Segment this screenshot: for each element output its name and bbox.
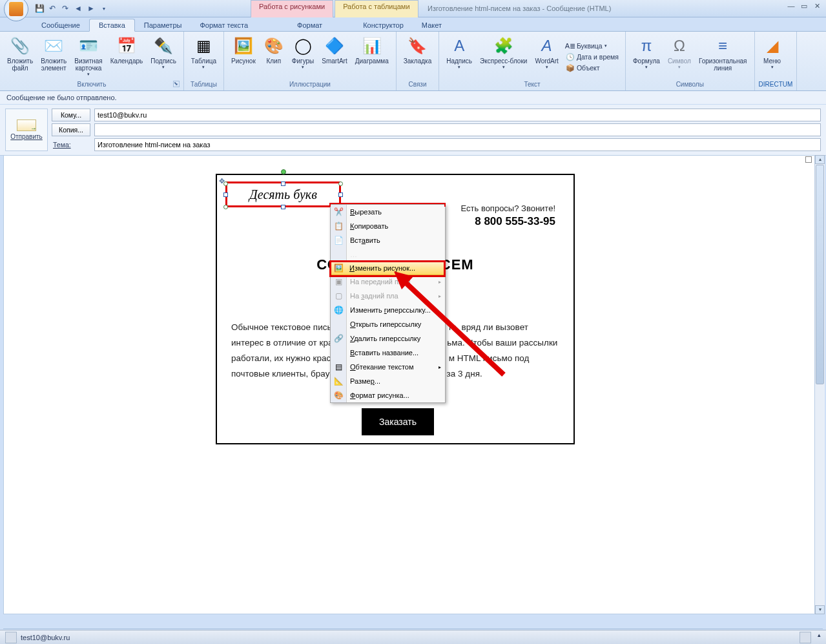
send-button[interactable]: Отправить bbox=[5, 109, 48, 151]
scroll-down-icon[interactable]: ▾ bbox=[815, 605, 825, 614]
to-button[interactable]: Кому... bbox=[52, 109, 90, 121]
cc-button[interactable]: Копия... bbox=[52, 123, 90, 136]
vertical-scrollbar[interactable]: ▴ ▾ bbox=[815, 155, 825, 614]
scroll-thumb[interactable] bbox=[816, 165, 824, 384]
maximize-icon[interactable]: ▭ bbox=[799, 2, 809, 10]
smartart-icon: 🔷 bbox=[324, 36, 345, 56]
resize-handle[interactable] bbox=[223, 205, 228, 209]
calendar-icon: 📅 bbox=[116, 36, 137, 56]
resize-handle[interactable] bbox=[223, 182, 228, 186]
wordart-button[interactable]: AWordArt▾ bbox=[532, 34, 562, 80]
resize-handle[interactable] bbox=[223, 192, 228, 197]
tab-insert[interactable]: Вставка bbox=[89, 19, 135, 32]
launcher-icon[interactable]: ⬊ bbox=[173, 81, 180, 87]
window-title: Изготовление html-писем на заказ - Сообщ… bbox=[428, 5, 611, 12]
symbol-button[interactable]: ΩСимвол▾ bbox=[665, 34, 694, 80]
next-icon[interactable]: ► bbox=[85, 3, 97, 14]
tab-constructor[interactable]: Конструктор bbox=[354, 19, 413, 31]
save-icon[interactable]: 💾 bbox=[34, 3, 45, 14]
ctx-open-hyperlink[interactable]: Открыть гиперссылку bbox=[331, 317, 445, 331]
tab-params[interactable]: Параметры bbox=[135, 19, 191, 31]
chevron-up-icon[interactable]: ▴ bbox=[818, 632, 821, 643]
datetime-icon: 🕓 bbox=[566, 52, 575, 61]
quick-parts-button[interactable]: 🧩Экспресс-блоки▾ bbox=[477, 34, 530, 80]
ctx-send-back: ▢На задний пла▸ bbox=[331, 289, 445, 303]
undo-icon[interactable]: ↶ bbox=[46, 3, 58, 14]
attach-item-button[interactable]: ✉️Вложитьэлемент bbox=[37, 34, 70, 80]
taskbar-right-icon[interactable] bbox=[800, 632, 811, 643]
shapes-button[interactable]: ◯Фигуры▾ bbox=[289, 34, 317, 80]
minimize-icon[interactable]: — bbox=[786, 2, 796, 10]
object-button[interactable]: 📦Объект bbox=[563, 63, 621, 73]
ctx-format-picture[interactable]: 🎨Формат рисунка... bbox=[331, 388, 445, 402]
taskbar-app-icon[interactable] bbox=[5, 632, 17, 643]
business-card-button[interactable]: 🪪Визитнаякарточка▾ bbox=[71, 34, 106, 80]
ctx-remove-hyperlink[interactable]: 🔗Удалить гиперссылку bbox=[331, 331, 445, 346]
signature-button[interactable]: ✒️Подпись▾ bbox=[147, 34, 180, 80]
ctx-text-wrap[interactable]: ▤Обтекание текстом▸ bbox=[331, 360, 445, 374]
resize-handle[interactable] bbox=[281, 182, 285, 186]
size-icon: 📐 bbox=[333, 376, 344, 386]
omega-icon: Ω bbox=[669, 36, 690, 56]
order-button[interactable]: Заказать bbox=[362, 408, 434, 435]
ctx-edit-hyperlink[interactable]: 🌐Изменить гиперссылку... bbox=[331, 303, 445, 317]
table-button[interactable]: ▦Таблица▾ bbox=[188, 34, 220, 80]
prev-icon[interactable]: ◄ bbox=[72, 3, 84, 14]
envelope-icon: ✉️ bbox=[43, 36, 64, 56]
picture-tools-tab[interactable]: Работа с рисунками bbox=[251, 0, 333, 17]
ruler-split-icon[interactable] bbox=[805, 156, 812, 163]
ctx-size[interactable]: 📐Размер... bbox=[331, 374, 445, 388]
group-label: Таблицы bbox=[188, 80, 220, 89]
cc-field[interactable] bbox=[94, 123, 821, 136]
group-label: Связи bbox=[400, 80, 435, 89]
ctx-paste[interactable]: 📄Вставить bbox=[331, 233, 445, 247]
equation-button[interactable]: πФормула▾ bbox=[630, 34, 663, 80]
resize-handle[interactable] bbox=[338, 192, 343, 197]
tab-text-format[interactable]: Формат текста bbox=[191, 19, 257, 31]
directum-menu-button[interactable]: ◢Меню▾ bbox=[759, 34, 786, 80]
object-icon: 📦 bbox=[566, 63, 575, 72]
ctx-cut[interactable]: ✂️Вырезать bbox=[331, 205, 445, 219]
chart-button[interactable]: 📊Диаграмма bbox=[352, 34, 392, 80]
to-field[interactable] bbox=[94, 109, 821, 121]
ctx-disabled: … bbox=[331, 247, 445, 262]
clip-icon: 🎨 bbox=[263, 36, 284, 56]
table-tools-tab[interactable]: Работа с таблицами bbox=[335, 0, 418, 17]
picture-button[interactable]: 🖼️Рисунок bbox=[228, 34, 259, 80]
group-include: 📎Вложитьфайл ✉️Вложитьэлемент 🪪Визитнаяк… bbox=[0, 32, 184, 90]
card-icon: 🪪 bbox=[78, 36, 99, 56]
logo-image[interactable]: Десять букв bbox=[228, 184, 338, 205]
textbox-icon: A bbox=[449, 36, 470, 56]
tab-layout[interactable]: Макет bbox=[413, 19, 451, 31]
attach-file-button[interactable]: 📎Вложитьфайл bbox=[4, 34, 36, 80]
scroll-up-icon[interactable]: ▴ bbox=[815, 155, 825, 164]
smartart-button[interactable]: 🔷SmartArt bbox=[318, 34, 350, 80]
calendar-button[interactable]: 📅Календарь bbox=[107, 34, 146, 80]
quick-access-toolbar: 💾 ↶ ↷ ◄ ► ▼ bbox=[34, 3, 110, 14]
tab-message[interactable]: Сообщение bbox=[32, 19, 89, 31]
ctx-insert-caption[interactable]: Вставить название... bbox=[331, 346, 445, 360]
hline-icon: ≡ bbox=[712, 36, 733, 56]
clip-button[interactable]: 🎨Клип bbox=[260, 34, 287, 80]
rotate-handle[interactable] bbox=[281, 169, 286, 174]
ctx-change-picture[interactable]: 🖼️Изменить рисунок... bbox=[330, 261, 446, 275]
resize-handle[interactable] bbox=[338, 182, 343, 186]
cut-icon: ✂️ bbox=[333, 207, 344, 217]
contact-phone: 8 800 555-33-95 bbox=[461, 215, 555, 228]
group-directum: ◢Меню▾ DIRECTUM bbox=[755, 32, 798, 90]
tab-format[interactable]: Формат bbox=[288, 19, 331, 31]
redo-icon[interactable]: ↷ bbox=[59, 3, 71, 14]
textbox-button[interactable]: AНадпись▾ bbox=[443, 34, 475, 80]
qat-dropdown-icon[interactable]: ▼ bbox=[98, 3, 110, 14]
shapes-icon: ◯ bbox=[293, 36, 313, 56]
bookmark-button[interactable]: 🔖Закладка bbox=[400, 34, 435, 80]
close-icon[interactable]: ✕ bbox=[812, 2, 822, 10]
wordart-icon: A bbox=[537, 36, 557, 56]
dropcap-button[interactable]: A≣Буквица ▾ bbox=[563, 41, 621, 51]
datetime-button[interactable]: 🕓Дата и время bbox=[563, 52, 621, 62]
subject-field[interactable] bbox=[94, 138, 821, 151]
signature-icon: ✒️ bbox=[153, 36, 174, 56]
resize-handle[interactable] bbox=[281, 205, 285, 209]
ctx-copy[interactable]: 📋Копировать bbox=[331, 219, 445, 233]
hline-button[interactable]: ≡Горизонтальнаялиния bbox=[696, 34, 750, 80]
